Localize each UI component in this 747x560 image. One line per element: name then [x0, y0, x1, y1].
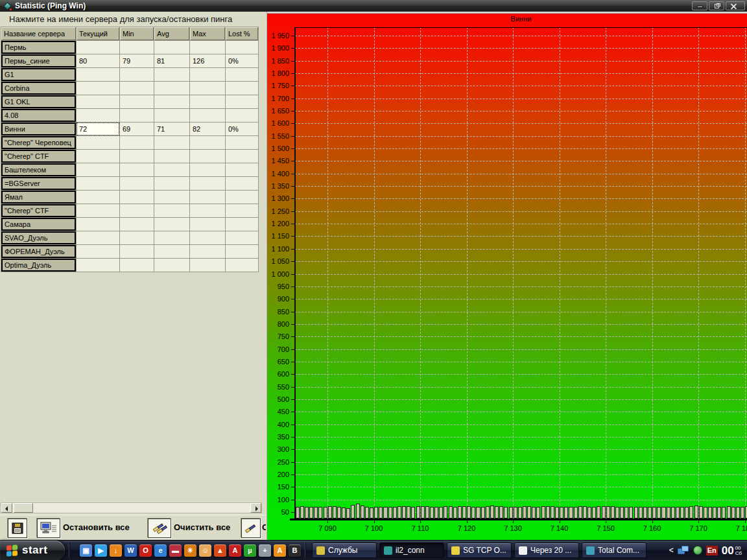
opera-icon[interactable]: O	[139, 544, 152, 557]
max-cell	[190, 41, 225, 54]
server-name-cell[interactable]: "Cherep" CTF	[1, 150, 76, 163]
server-name-cell[interactable]: Optima_Дуэль	[1, 259, 76, 272]
save-button[interactable]	[8, 519, 27, 538]
media-player-icon[interactable]: ▶	[95, 544, 107, 557]
taskbar-task-службы[interactable]: Службы	[312, 542, 377, 558]
current-ping-cell	[77, 95, 119, 108]
close-button[interactable]	[726, 1, 745, 10]
photo-viewer-icon[interactable]: ☀	[184, 544, 196, 557]
server-name-cell[interactable]: Баштелеком	[1, 163, 76, 176]
restore-button[interactable]	[709, 1, 724, 10]
y-axis-label: 250	[267, 458, 289, 466]
plugin-icon[interactable]: +	[259, 544, 271, 557]
server-name-cell[interactable]: G1 OKL	[1, 95, 76, 108]
y-axis-label: 1 800	[267, 69, 289, 77]
show-desktop-icon[interactable]: ▣	[80, 544, 92, 557]
clear-all-button[interactable]	[148, 519, 171, 538]
taskbar-task-через-20-[interactable]: Через 20 ...	[514, 542, 579, 558]
taskbar-task-il2_conn[interactable]: il2_conn	[379, 542, 444, 558]
network-icon[interactable]	[678, 546, 689, 555]
server-name-cell[interactable]: SVAO_Дуэль	[1, 231, 76, 244]
taskbar-task-total-com-[interactable]: Total Com...	[582, 542, 646, 558]
clear-button[interactable]	[241, 519, 261, 538]
aimp-icon[interactable]: A	[274, 544, 286, 557]
acdsee-icon[interactable]: A	[229, 544, 241, 557]
min-cell	[120, 204, 154, 217]
download-manager-icon[interactable]: ↓	[110, 544, 122, 557]
scroll-left-button[interactable]	[1, 503, 12, 513]
table-row: Ямал	[1, 191, 258, 204]
horizontal-scrollbar[interactable]	[1, 502, 262, 513]
scrollbar-thumb[interactable]	[14, 503, 33, 513]
x-axis-label: 7 130	[499, 524, 527, 532]
ping-bar	[504, 507, 508, 519]
server-name-cell[interactable]: Ямал	[1, 191, 76, 204]
ping-bar	[333, 506, 337, 519]
server-name-cell[interactable]: ФОРЕМАН_Дуэль	[1, 245, 76, 258]
minimize-button[interactable]	[692, 1, 707, 10]
avg-cell	[154, 231, 189, 244]
min-cell	[120, 231, 154, 244]
y-axis-label: 50	[267, 508, 289, 516]
taskbar-task-sg-tcp-o-[interactable]: SG TCP O...	[447, 542, 512, 558]
column-header: Avg	[154, 27, 189, 40]
clear-all-label: Очистить все	[174, 522, 230, 532]
y-gridline	[295, 86, 747, 86]
max-cell	[190, 82, 225, 95]
y-gridline	[295, 261, 747, 262]
utorrent-icon[interactable]: µ	[244, 544, 256, 557]
chart-title: Винни	[295, 15, 747, 23]
ping-bar	[425, 506, 429, 519]
server-name-cell[interactable]: "Cherep" CTF	[1, 204, 76, 217]
brush-icon	[244, 522, 257, 534]
y-axis-label: 1 850	[267, 57, 289, 65]
server-name-cell[interactable]: G1	[1, 68, 76, 81]
scroll-right-button[interactable]	[250, 503, 261, 513]
ping-bar	[523, 506, 527, 519]
max-cell: 126	[190, 54, 225, 67]
ping-bar	[365, 507, 369, 519]
task-label: Total Com...	[598, 546, 639, 555]
server-name-cell[interactable]: Винни	[1, 122, 76, 135]
save-floppy-icon[interactable]: ▬	[169, 544, 182, 557]
server-name-cell[interactable]: =BGServer	[1, 177, 76, 190]
server-name-cell[interactable]: 4.08	[1, 109, 76, 122]
avg-cell	[154, 109, 189, 122]
current-ping-cell	[77, 163, 119, 176]
winamp-icon[interactable]: ▲	[214, 544, 226, 557]
ping-bar	[704, 507, 707, 519]
thebat-icon[interactable]: B	[289, 544, 301, 557]
y-gridline	[295, 362, 747, 362]
table-row: Corbina	[1, 82, 258, 95]
internet-explorer-icon[interactable]: e	[154, 544, 167, 557]
messenger-icon[interactable]: ☺	[199, 544, 211, 557]
max-cell	[190, 191, 225, 204]
ping-bar	[564, 507, 568, 519]
y-axis-label: 500	[267, 395, 289, 403]
stop-all-label: Остановить все	[63, 522, 130, 532]
server-name-cell[interactable]: Corbina	[1, 82, 76, 95]
server-name-cell[interactable]: "Cherep" Череповец	[1, 136, 76, 149]
tray-chevron-icon[interactable]: <	[669, 546, 674, 555]
avg-cell: 81	[154, 54, 189, 67]
ping-bar	[458, 506, 462, 519]
shield-icon[interactable]	[693, 546, 702, 555]
ping-bar	[434, 507, 438, 519]
y-gridline	[295, 136, 747, 137]
server-name-cell[interactable]: Пермь_синие	[1, 54, 76, 67]
y-gridline	[295, 312, 747, 312]
y-axis-label: 300	[267, 445, 289, 453]
server-name-cell[interactable]: Самара	[1, 218, 76, 231]
start-button[interactable]: start	[0, 541, 65, 560]
word-icon[interactable]: W	[124, 544, 137, 557]
lost-cell	[226, 218, 258, 231]
stop-all-button[interactable]	[37, 519, 60, 538]
server-name-cell[interactable]: Пермь	[1, 41, 76, 54]
min-cell	[120, 191, 154, 204]
language-indicator[interactable]: En	[706, 546, 718, 555]
ping-bar	[741, 507, 744, 519]
ping-bar	[555, 507, 559, 519]
lost-cell: 0%	[226, 122, 258, 135]
y-gridline	[295, 387, 747, 388]
current-ping-cell	[77, 259, 119, 272]
